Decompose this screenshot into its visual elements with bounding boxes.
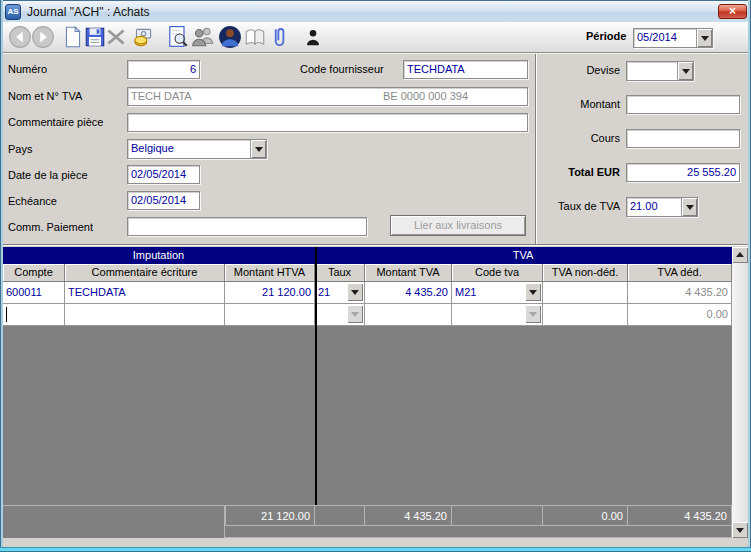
close-button[interactable]: ×	[718, 4, 747, 19]
code-tva-cell-dropdown-button[interactable]	[525, 283, 541, 301]
cell-compte[interactable]	[3, 304, 65, 326]
group-header-row: Imputation TVA	[3, 247, 732, 264]
journal-window: AS Journal "ACH" : Achats ×	[0, 0, 751, 552]
payments-icon[interactable]	[131, 25, 155, 49]
user-icon[interactable]	[301, 25, 325, 49]
pays-label: Pays	[8, 143, 32, 155]
vertical-scrollbar[interactable]	[732, 247, 748, 538]
scroll-down-button[interactable]	[732, 522, 748, 538]
date-piece-label: Date de la pièce	[8, 169, 88, 181]
taux-cell-dropdown-button[interactable]	[347, 283, 363, 301]
scroll-up-button[interactable]	[732, 247, 748, 263]
taux-tva-dropdown-button[interactable]	[681, 198, 697, 216]
periode-value: 05/2014	[637, 29, 694, 46]
search-preview-icon[interactable]	[166, 25, 190, 49]
numero-label: Numéro	[8, 63, 47, 75]
pays-value: Belgique	[131, 140, 248, 157]
periode-combobox[interactable]: 05/2014	[633, 28, 713, 48]
periode-dropdown-button[interactable]	[696, 29, 712, 47]
header-tva-ded[interactable]: TVA déd.	[628, 264, 732, 282]
cell-tva-ded: 4 435.20	[628, 282, 732, 304]
cell-taux-value: 21	[318, 286, 330, 298]
cell-montant-htva[interactable]: 21 120.00	[225, 282, 315, 304]
window-border-bottom	[0, 547, 751, 552]
text-caret	[6, 307, 7, 322]
attachment-icon[interactable]	[267, 25, 291, 49]
echeance-field[interactable]: 02/05/2014	[127, 191, 200, 210]
cell-commentaire[interactable]: TECHDATA	[65, 282, 225, 304]
cell-montant-tva[interactable]: 4 435.20	[365, 282, 452, 304]
cell-compte[interactable]: 600011	[3, 282, 65, 304]
contacts-icon[interactable]	[191, 25, 215, 49]
toolbar: Période 05/2014	[3, 22, 748, 53]
cell-montant-tva[interactable]	[365, 304, 452, 326]
taux-tva-combobox[interactable]: 21.00	[626, 197, 698, 217]
commentaire-piece-field[interactable]	[127, 113, 528, 132]
header-montant-htva[interactable]: Montant HTVA	[225, 264, 315, 282]
totals-bottom-strip	[225, 526, 732, 538]
cell-tva-non-ded[interactable]	[543, 304, 628, 326]
devise-combobox[interactable]	[626, 61, 694, 81]
window-title: Journal "ACH" : Achats	[27, 1, 150, 23]
total-tva-non-ded: 0.00	[543, 505, 628, 526]
column-header-row: Compte Commentaire écriture Montant HTVA…	[3, 264, 732, 282]
back-icon[interactable]	[8, 25, 32, 49]
lier-aux-livraisons-button[interactable]: Lier aux livraisons	[390, 215, 526, 236]
code-fournisseur-label: Code fournisseur	[300, 63, 384, 75]
cell-taux[interactable]: 21	[315, 282, 365, 304]
header-tva-non-ded[interactable]: TVA non-déd.	[543, 264, 628, 282]
table-row: 600011 TECHDATA 21 120.00 21 4 435.20 M2…	[3, 282, 732, 304]
cell-code-tva[interactable]	[452, 304, 543, 326]
numero-field[interactable]: 6	[127, 60, 200, 79]
new-document-icon[interactable]	[61, 25, 85, 49]
forward-icon[interactable]	[31, 25, 55, 49]
table-row: 0.00	[3, 304, 732, 326]
montant-label: Montant	[540, 98, 620, 110]
cell-tva-ded: 0.00	[628, 304, 732, 326]
form-table-separator	[3, 244, 748, 246]
pays-dropdown-button[interactable]	[250, 140, 266, 158]
cell-tva-non-ded[interactable]	[543, 282, 628, 304]
header-commentaire-ecriture[interactable]: Commentaire écriture	[65, 264, 225, 282]
group-divider-line	[315, 247, 317, 505]
window-border-left	[0, 0, 3, 552]
catalog-icon[interactable]	[243, 25, 267, 49]
montant-field[interactable]	[626, 95, 740, 114]
date-piece-field[interactable]: 02/05/2014	[127, 165, 200, 184]
total-eur-field: 25 555.20	[626, 163, 740, 182]
totals-left-cell	[3, 505, 225, 538]
cell-code-tva[interactable]: M21	[452, 282, 543, 304]
total-tva-ded: 4 435.20	[628, 505, 732, 526]
nom-value: TECH DATA	[131, 90, 192, 102]
supplier-icon[interactable]	[218, 25, 242, 49]
code-fournisseur-field[interactable]: TECHDATA	[403, 60, 528, 79]
code-tva-cell-dropdown-button	[525, 305, 541, 323]
periode-label: Période	[586, 30, 626, 42]
cell-code-tva-value: M21	[455, 286, 476, 298]
totals-row: 21 120.00 4 435.20 0.00 4 435.20	[225, 505, 732, 526]
taux-tva-label: Taux de TVA	[540, 200, 620, 212]
app-icon: AS	[5, 4, 21, 20]
header-compte[interactable]: Compte	[3, 264, 65, 282]
header-code-tva[interactable]: Code tva	[452, 264, 543, 282]
comm-paiement-label: Comm. Paiement	[8, 221, 93, 233]
total-eur-label: Total EUR	[540, 166, 620, 178]
header-montant-tva[interactable]: Montant TVA	[365, 264, 452, 282]
pays-combobox[interactable]: Belgique	[127, 139, 267, 159]
form-vertical-separator	[535, 54, 537, 244]
cell-montant-htva[interactable]	[225, 304, 315, 326]
nom-tva-field: TECH DATA BE 0000 000 394	[127, 87, 528, 106]
cours-field[interactable]	[626, 129, 740, 148]
title-bar: AS Journal "ACH" : Achats ×	[0, 0, 751, 22]
total-taux	[315, 505, 365, 526]
cell-commentaire[interactable]	[65, 304, 225, 326]
header-taux[interactable]: Taux	[315, 264, 365, 282]
status-bar	[3, 538, 748, 547]
total-montant-htva: 21 120.00	[225, 505, 315, 526]
devise-dropdown-button[interactable]	[677, 62, 693, 80]
delete-icon[interactable]	[104, 25, 128, 49]
cell-taux[interactable]	[315, 304, 365, 326]
cours-label: Cours	[540, 132, 620, 144]
devise-label: Devise	[540, 64, 620, 76]
comm-paiement-field[interactable]	[127, 217, 367, 236]
